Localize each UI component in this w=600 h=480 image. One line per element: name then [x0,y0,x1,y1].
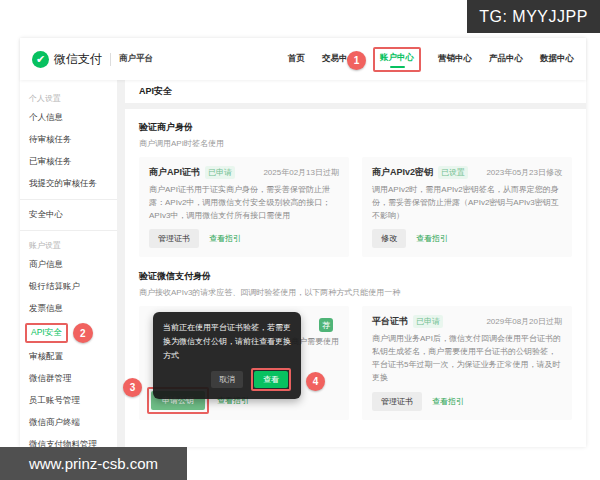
recommended-badge: 荐 [319,318,333,332]
sidebar-item-wechat-group-mgmt[interactable]: 微信群管理 [20,368,117,390]
annotation-step-3: 3 [123,378,142,397]
tooltip-cancel-button[interactable]: 取消 [211,371,243,388]
sidebar-item-my-submitted-reviews[interactable]: 我提交的审核任务 [20,173,117,195]
card-description: 调用APIv2时，需用APIv2密钥签名，从而界定您的身份，需妥善保管防止泄露（… [372,184,562,222]
nav-product-center[interactable]: 产品中心 [489,53,523,65]
wechat-pay-check-icon: ✔ [32,51,49,68]
main-nav: 首页 交易中心 账户中心 营销中心 产品中心 数据中心 [288,47,574,72]
merchant-identity-cards: 商户API证书 已申请 2025年02月13日过期 商户API证书用于证实商户身… [139,157,572,257]
sidebar-divider [20,230,117,231]
switch-method-tooltip: 当前正在使用平台证书验签，若需更换为微信支付公钥，请前往查看更换方式 取消 查看… [153,312,301,399]
api-security-panel: 验证商户身份 商户调用API时签名使用 商户API证书 已申请 2025年02月… [125,109,586,447]
merchant-platform-page: ✔ 微信支付 商户平台 首页 交易中心 账户中心 营销中心 产品中心 数据中心 … [20,38,586,447]
sidebar-item-pending-review[interactable]: 待审核任务 [20,129,117,151]
section-verify-wechatpay-subtitle: 商户接收APIv3的请求应答、回调时验签使用，以下两种方式只能使用一种 [139,287,572,298]
manage-cert-button[interactable]: 管理证书 [149,229,199,248]
sidebar-group-account-settings: 账户设置 [20,235,117,254]
card-title: 平台证书 [372,315,408,328]
nav-data-center[interactable]: 数据中心 [540,53,574,65]
section-verify-wechatpay-title: 验证微信支付身份 [139,270,572,283]
card-apiv2-key: 商户APIv2密钥 已设置 2023年05月23日修改 调用APIv2时，需用A… [362,157,572,257]
logo-text: 微信支付 [54,51,102,68]
header-divider [110,53,111,66]
card-merchant-api-cert: 商户API证书 已申请 2025年02月13日过期 商户API证书用于证实商户身… [139,157,349,257]
nav-marketing-center[interactable]: 营销中心 [438,53,472,65]
sidebar-active-row: API安全 2 [20,320,117,346]
view-guide-link[interactable]: 查看指引 [209,233,241,244]
nav-account-center[interactable]: 账户中心 [380,52,414,64]
sidebar-divider [20,199,117,200]
status-badge: 已申请 [413,315,443,328]
status-badge: 已设置 [438,166,468,179]
annotation-step-4: 4 [306,372,325,391]
site-watermark: www.prinz-csb.com [0,447,187,480]
sidebar-item-api-security[interactable]: API安全 [25,323,68,343]
sidebar-item-personal-info[interactable]: 个人信息 [20,107,117,129]
annotation-step-1: 1 [347,51,366,70]
wechat-pay-logo: ✔ 微信支付 [32,51,102,68]
page-title: API安全 [125,80,586,103]
card-platform-cert: 平台证书 已申请 2029年08月20日过期 商户调用业务API后，微信支付回调… [362,306,572,419]
tooltip-text: 当前正在使用平台证书验签，若需更换为微信支付公钥，请前往查看更换方式 [163,321,291,363]
nav-account-center-highlight-box[interactable]: 账户中心 [373,47,421,72]
sidebar-item-reviewed[interactable]: 已审核任务 [20,151,117,173]
sidebar-item-review-config[interactable]: 审核配置 [20,346,117,368]
section-verify-merchant-title: 验证商户身份 [139,121,572,134]
card-wechatpay-public-key: 荐 、商户需要使用 申请公钥 查看指引 3 当前正在使用平台证书验签，若需更换为… [139,306,349,419]
sidebar-item-merchant-info[interactable]: 商户信息 [20,254,117,276]
tg-watermark: TG: MYYJJPP [467,0,600,33]
expiry-date: 2025年02月13日过期 [263,167,339,178]
sidebar-item-staff-account-mgmt[interactable]: 员工账号管理 [20,390,117,412]
card-title: 商户APIv2密钥 [372,166,433,179]
nav-home[interactable]: 首页 [288,53,305,65]
nav-active-underline [390,66,405,68]
card-description: 商户调用业务API后，微信支付回调会使用平台证书的私钥生成签名，商户需要使用平台… [372,333,562,384]
sidebar-item-merchant-terminal[interactable]: 微信商户终端 [20,412,117,434]
modified-date: 2023年05月23日修改 [486,167,562,178]
status-badge: 已申请 [205,166,235,179]
tooltip-view-button[interactable]: 查看 [254,371,288,388]
sidebar-item-invoice-info[interactable]: 发票信息 [20,298,117,320]
top-header: ✔ 微信支付 商户平台 首页 交易中心 账户中心 营销中心 产品中心 数据中心 … [20,38,586,80]
expiry-date: 2029年08月20日过期 [486,316,562,327]
tooltip-view-highlight-box: 查看 [251,368,291,391]
sidebar-group-personal-settings: 个人设置 [20,88,117,107]
sidebar-item-bank-settlement-account[interactable]: 银行结算账户 [20,276,117,298]
content-area: 个人设置 个人信息 待审核任务 已审核任务 我提交的审核任务 安全中心 账户设置… [20,80,586,447]
wechatpay-identity-cards: 荐 、商户需要使用 申请公钥 查看指引 3 当前正在使用平台证书验签，若需更换为… [139,306,572,419]
platform-label: 商户平台 [119,53,153,65]
annotation-step-2: 2 [73,323,93,343]
modify-key-button[interactable]: 修改 [372,229,406,248]
main-column: API安全 验证商户身份 商户调用API时签名使用 商户API证书 已申请 20… [125,80,586,447]
manage-cert-button[interactable]: 管理证书 [372,392,422,411]
card-title: 商户API证书 [149,166,200,179]
sidebar: 个人设置 个人信息 待审核任务 已审核任务 我提交的审核任务 安全中心 账户设置… [20,80,117,447]
section-verify-merchant-subtitle: 商户调用API时签名使用 [139,138,572,149]
view-guide-link[interactable]: 查看指引 [432,396,464,407]
card-description: 商户API证书用于证实商户身份，需妥善保管防止泄露：APIv2中，调用微信支付安… [149,184,339,222]
sidebar-item-security-center[interactable]: 安全中心 [20,204,117,226]
view-guide-link[interactable]: 查看指引 [416,233,448,244]
